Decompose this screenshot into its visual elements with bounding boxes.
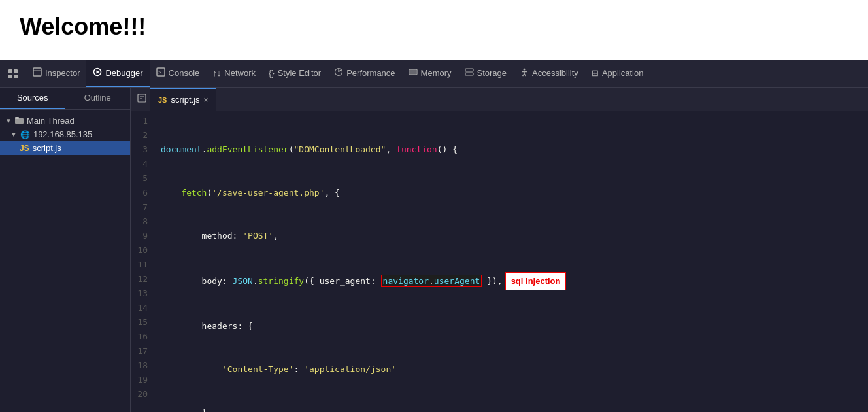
svg-rect-0 <box>8 69 12 73</box>
tab-application[interactable]: ⊞ Application <box>585 60 650 88</box>
line-num-14: 14 <box>137 301 148 315</box>
tab-console-label: Console <box>169 68 200 78</box>
svg-marker-7 <box>97 71 100 74</box>
performance-icon <box>334 67 343 78</box>
tree-arrow-ip: ▼ <box>10 131 17 138</box>
code-lines: document.addEventListener("DOMContentLoa… <box>154 114 868 412</box>
tab-performance-label: Performance <box>346 68 395 78</box>
tab-inspector[interactable]: Inspector <box>26 60 86 88</box>
line-num-12: 12 <box>137 272 148 286</box>
tab-debugger[interactable]: Debugger <box>86 60 149 88</box>
sidebar-tab-sources-label: Sources <box>17 93 48 103</box>
tab-style-editor-label: Style Editor <box>278 68 321 78</box>
sidebar-tab-outline-label: Outline <box>84 93 111 103</box>
tree-item-ip[interactable]: ▼ 🌐 192.168.85.135 <box>0 128 130 141</box>
editor-tabs: JS script.js × <box>131 88 868 111</box>
code-line-5: headers: { <box>161 319 861 334</box>
editor-tab-close[interactable]: × <box>204 95 209 105</box>
folder-icon-main-thread <box>15 116 24 126</box>
svg-rect-17 <box>465 69 473 71</box>
svg-text:>_: >_ <box>158 69 165 75</box>
welcome-title: Welcome!!! <box>20 13 848 41</box>
sidebar-tabs: Sources Outline <box>0 88 130 110</box>
application-icon: ⊞ <box>592 68 599 78</box>
highlighted-navigator: navigator.userAgent <box>381 275 482 287</box>
tab-console[interactable]: >_ Console <box>150 60 207 88</box>
line-num-20: 20 <box>137 387 148 402</box>
svg-rect-2 <box>8 75 12 78</box>
tab-accessibility-label: Accessibility <box>532 68 578 78</box>
devtools-icon <box>0 60 26 88</box>
accessibility-icon <box>520 67 529 78</box>
welcome-area: Welcome!!! <box>0 0 868 60</box>
devtools-toolbar: Inspector Debugger >_ Console ↑↓ Net <box>0 60 868 88</box>
panel-row: Sources Outline ▼ Main Thread <box>0 88 868 412</box>
inspector-icon <box>33 67 42 78</box>
sidebar: Sources Outline ▼ Main Thread <box>0 88 131 412</box>
editor-tab-script[interactable]: JS script.js × <box>150 88 216 111</box>
line-num-13: 13 <box>137 286 148 301</box>
line-numbers: 1 2 3 4 5 6 7 8 9 10 11 12 13 14 15 16 1 <box>131 114 154 412</box>
code-editor: 1 2 3 4 5 6 7 8 9 10 11 12 13 14 15 16 1 <box>131 111 868 412</box>
editor-tab-icon <box>133 94 150 105</box>
line-num-11: 11 <box>137 258 148 272</box>
line-num-9: 9 <box>137 229 148 243</box>
storage-icon <box>465 67 474 78</box>
js-file-icon: JS <box>20 144 29 153</box>
line-num-19: 19 <box>137 373 148 387</box>
line-num-10: 10 <box>137 243 148 258</box>
sql-injection-badge: sql injection <box>505 272 567 290</box>
tab-inspector-label: Inspector <box>45 68 80 78</box>
tab-network-label: Network <box>224 68 256 78</box>
svg-rect-24 <box>15 118 24 124</box>
tree-item-main-thread[interactable]: ▼ Main Thread <box>0 114 130 128</box>
tree-arrow-main-thread: ▼ <box>5 117 12 124</box>
tab-memory[interactable]: Memory <box>402 60 458 88</box>
editor-tab-label: script.js <box>171 95 199 105</box>
style-editor-icon: {} <box>269 68 275 78</box>
tab-storage[interactable]: Storage <box>458 60 514 88</box>
code-line-6: 'Content-Type': 'application/json' <box>161 362 861 377</box>
line-num-3: 3 <box>137 143 148 157</box>
debugger-icon <box>93 67 102 78</box>
sidebar-tab-sources[interactable]: Sources <box>0 88 65 109</box>
svg-rect-26 <box>138 94 146 102</box>
svg-rect-25 <box>15 117 19 119</box>
tree-item-script[interactable]: JS script.js <box>0 141 130 155</box>
tab-application-label: Application <box>602 68 644 78</box>
tree-label-ip: 192.168.85.135 <box>33 129 92 139</box>
line-num-7: 7 <box>137 200 148 215</box>
svg-line-23 <box>524 74 526 76</box>
tree-label-main-thread: Main Thread <box>27 116 75 126</box>
svg-rect-3 <box>14 75 18 78</box>
code-line-2: fetch('/save-user-agent.php', { <box>161 186 861 200</box>
svg-point-19 <box>524 69 526 71</box>
line-num-18: 18 <box>137 358 148 373</box>
tab-debugger-label: Debugger <box>105 68 142 78</box>
line-num-16: 16 <box>137 330 148 344</box>
devtools-panel: Inspector Debugger >_ Console ↑↓ Net <box>0 60 868 412</box>
tab-performance[interactable]: Performance <box>327 60 401 88</box>
code-line-4: body: JSON.stringify({ user_agent: navig… <box>161 272 861 290</box>
sidebar-tab-outline[interactable]: Outline <box>65 88 131 109</box>
line-num-15: 15 <box>137 315 148 330</box>
line-num-8: 8 <box>137 215 148 229</box>
code-line-7: } <box>161 405 861 412</box>
editor-tab-js-prefix: JS <box>158 96 167 104</box>
line-num-1: 1 <box>137 114 148 128</box>
tree-label-script: script.js <box>33 143 61 153</box>
line-num-6: 6 <box>137 186 148 200</box>
line-num-5: 5 <box>137 171 148 186</box>
tab-network[interactable]: ↑↓ Network <box>206 60 262 88</box>
editor-area: JS script.js × 1 2 3 4 5 6 7 8 9 10 <box>131 88 868 412</box>
line-num-17: 17 <box>137 344 148 358</box>
tab-memory-label: Memory <box>421 68 452 78</box>
tab-style-editor[interactable]: {} Style Editor <box>262 60 327 88</box>
sidebar-content: ▼ Main Thread ▼ 🌐 192.168.85.135 <box>0 110 130 412</box>
tab-accessibility[interactable]: Accessibility <box>513 60 585 88</box>
code-line-1: document.addEventListener("DOMContentLoa… <box>161 143 861 157</box>
memory-icon <box>409 67 418 78</box>
svg-rect-18 <box>465 73 473 75</box>
svg-rect-1 <box>14 69 18 73</box>
network-icon: ↑↓ <box>212 68 221 78</box>
